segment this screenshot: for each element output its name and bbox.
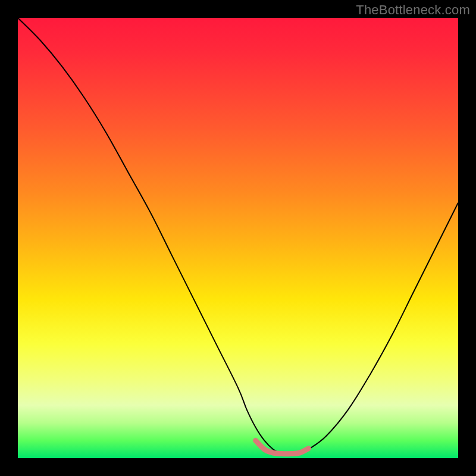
curve-layer	[18, 18, 458, 458]
bottleneck-curve	[18, 18, 458, 454]
chart-frame: TheBottleneck.com	[0, 0, 476, 476]
watermark-label: TheBottleneck.com	[356, 2, 470, 18]
plot-area	[18, 18, 458, 458]
trough-marker	[256, 440, 309, 453]
